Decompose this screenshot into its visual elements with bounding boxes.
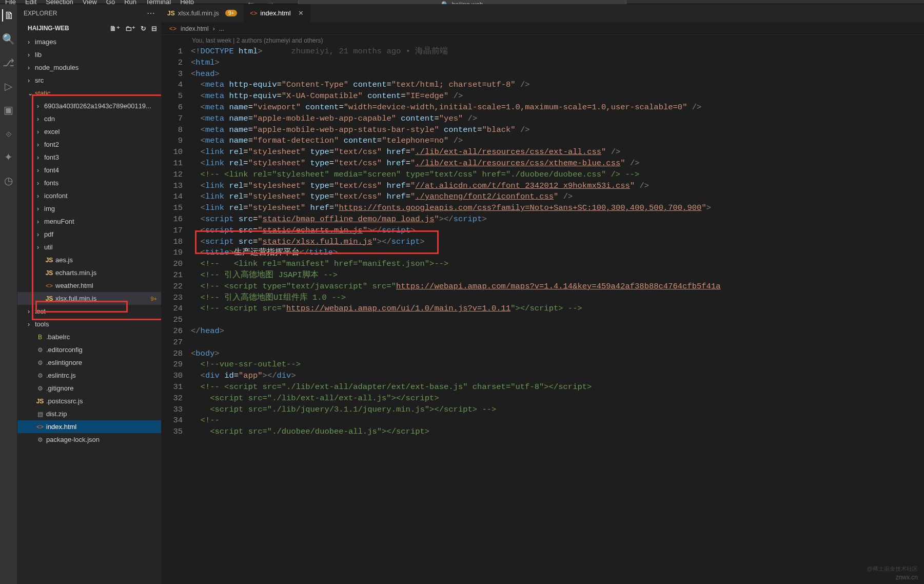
explorer-actions: 🗎⁺ 🗀⁺ ↻ ⊟ [110, 25, 157, 32]
breadcrumb-icon: <> [169, 25, 176, 32]
line-gutter: 1234567891011121314151617181920212223242… [161, 46, 191, 584]
breadcrumb-rest: ... [219, 25, 224, 32]
watermark: znwx.cn [896, 574, 918, 581]
close-tab-icon[interactable]: ✕ [298, 9, 304, 17]
tree-xlsx.full.min.js[interactable]: JSxlsx.full.min.js9+ [17, 292, 161, 305]
tree-echarts.min.js[interactable]: JSecharts.min.js [17, 266, 161, 279]
explorer-icon[interactable]: 🗎 [2, 9, 14, 22]
tree-.eslintignore[interactable]: ⚙.eslintignore [17, 356, 161, 369]
remote-icon[interactable]: ⟐ [3, 127, 15, 140]
project-header[interactable]: HAIJING-WEB 🗎⁺ 🗀⁺ ↻ ⊟ [17, 22, 161, 34]
timeline-icon[interactable]: ◷ [3, 174, 15, 187]
chat-icon[interactable]: ✦ [3, 151, 15, 163]
tree-images[interactable]: ›images [17, 35, 161, 48]
code-content[interactable]: <!DOCTYPE html> zhumeiyi, 21 months ago … [191, 46, 924, 584]
tree-aes.js[interactable]: JSaes.js [17, 254, 161, 266]
tree-fonts[interactable]: ›fonts [17, 177, 161, 189]
tree-dist.zip[interactable]: ▤dist.zip [17, 407, 161, 420]
new-file-icon[interactable]: 🗎⁺ [110, 25, 120, 32]
tree-static[interactable]: ⌄static [17, 87, 161, 100]
tree-src[interactable]: ›src [17, 74, 161, 87]
tree-pdf[interactable]: ›pdf [17, 228, 161, 241]
menu-file[interactable]: File [5, 0, 16, 6]
tree-tools[interactable]: ›tools [17, 318, 161, 330]
search-activity-icon[interactable]: 🔍 [3, 33, 15, 45]
new-folder-icon[interactable]: 🗀⁺ [125, 25, 135, 32]
tree-.postcssrc.js[interactable]: JS.postcssrc.js [17, 395, 161, 407]
tree-weather.html[interactable]: <>weather.html [17, 279, 161, 292]
sidebar-more-icon[interactable]: ⋯ [147, 8, 155, 18]
tab-index.html[interactable]: <>index.html✕ [244, 4, 310, 22]
file-tree: ›images›lib›node_modules›src⌄static›6903… [17, 34, 161, 584]
extensions-icon[interactable]: ▣ [3, 104, 15, 116]
code-area[interactable]: 1234567891011121314151617181920212223242… [161, 46, 924, 584]
run-debug-icon[interactable]: ▷ [3, 80, 15, 92]
sidebar-header: EXPLORER ⋯ [17, 4, 161, 22]
tree-font2[interactable]: ›font2 [17, 138, 161, 151]
source-control-icon[interactable]: ⎇ [3, 56, 15, 69]
tree-package-lock.json[interactable]: ⚙package-lock.json [17, 433, 161, 446]
tree-node_modules[interactable]: ›node_modules [17, 61, 161, 74]
sidebar: EXPLORER ⋯ HAIJING-WEB 🗎⁺ 🗀⁺ ↻ ⊟ ›images… [17, 4, 161, 584]
watermark-top: @稀土掘金技术社区 [867, 565, 918, 573]
project-name: HAIJING-WEB [28, 25, 69, 32]
tree-iconfont[interactable]: ›iconfont [17, 189, 161, 202]
tree-lib[interactable]: ›lib [17, 48, 161, 61]
breadcrumb[interactable]: <> index.html › ... [161, 23, 924, 35]
editor: JSxlsx.full.min.js9+<>index.html✕ <> ind… [161, 4, 924, 584]
tree-font4[interactable]: ›font4 [17, 164, 161, 177]
sidebar-title: EXPLORER [24, 10, 57, 17]
breadcrumb-file: index.html [181, 25, 209, 32]
chevron-right-icon: › [213, 25, 215, 32]
tree-util[interactable]: ›util [17, 241, 161, 254]
tab-xlsx.full.min.js[interactable]: JSxlsx.full.min.js9+ [161, 4, 244, 22]
tree-cdn[interactable]: ›cdn [17, 112, 161, 125]
tree-menuFont[interactable]: ›menuFont [17, 215, 161, 228]
tree-test[interactable]: ›test [17, 305, 161, 318]
activity-bar: 🗎 🔍 ⎇ ▷ ▣ ⟐ ✦ ◷ [0, 4, 17, 584]
tree-.editorconfig[interactable]: ⚙.editorconfig [17, 343, 161, 356]
tree-.babelrc[interactable]: B.babelrc [17, 330, 161, 343]
tree-.gitignore[interactable]: ⚙.gitignore [17, 382, 161, 395]
tree-.eslintrc.js[interactable]: ⚙.eslintrc.js [17, 369, 161, 382]
tree-img[interactable]: ›img [17, 202, 161, 215]
tree-6903a403f0262a1943c789e00119...[interactable]: ›6903a403f0262a1943c789e00119... [17, 100, 161, 112]
refresh-icon[interactable]: ↻ [141, 25, 146, 32]
collapse-icon[interactable]: ⊟ [151, 25, 157, 32]
blame-info: You, last week | 2 authors (zhumeiyi and… [161, 35, 924, 46]
tree-excel[interactable]: ›excel [17, 125, 161, 138]
tree-index.html[interactable]: <>index.html [17, 420, 161, 433]
editor-tabs: JSxlsx.full.min.js9+<>index.html✕ [161, 4, 924, 23]
tree-font3[interactable]: ›font3 [17, 151, 161, 164]
menubar: FileEditSelectionViewGoRunTerminalHelp ←… [0, 0, 924, 4]
